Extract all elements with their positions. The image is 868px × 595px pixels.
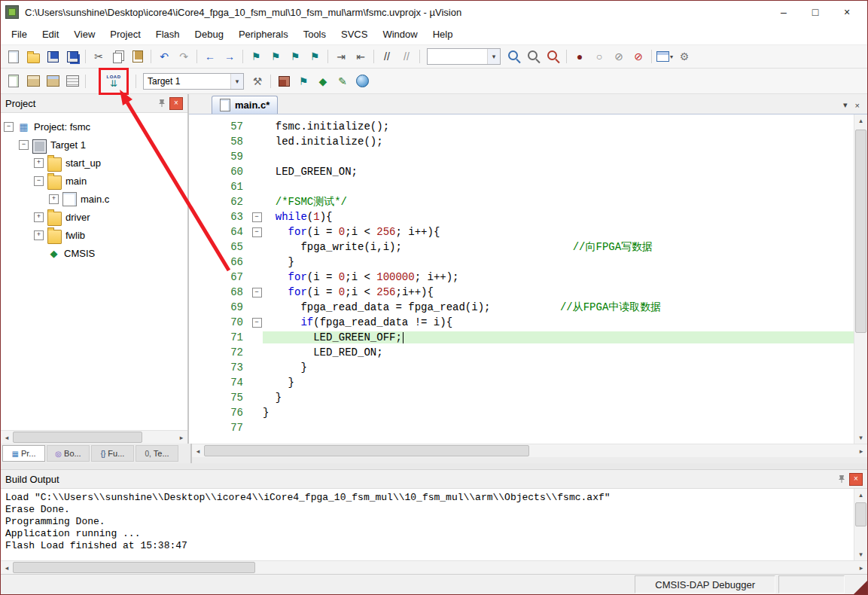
- scrollbar-thumb[interactable]: [13, 432, 142, 443]
- tab-main-c[interactable]: main.c*: [212, 96, 278, 114]
- close-document-button[interactable]: ×: [855, 101, 860, 110]
- menu-item-view[interactable]: View: [66, 26, 102, 43]
- code-line-68[interactable]: 68− for(i = 0;i < 256;i++){: [189, 285, 854, 300]
- pack-installer-button[interactable]: [353, 73, 371, 90]
- copy-button[interactable]: [109, 48, 127, 65]
- save-all-button[interactable]: [63, 48, 81, 65]
- code-line-75[interactable]: 75 }: [189, 390, 854, 405]
- previous-bookmark-button[interactable]: ⚑: [266, 48, 285, 65]
- paste-button[interactable]: [129, 48, 147, 65]
- scroll-down-icon[interactable]: ▾: [854, 432, 867, 444]
- chevron-down-icon[interactable]: ▾: [487, 49, 500, 64]
- uncomment-button[interactable]: //: [397, 48, 416, 65]
- find-button[interactable]: [525, 48, 543, 65]
- next-bookmark-button[interactable]: ⚑: [286, 48, 304, 65]
- project-hscrollbar[interactable]: ◂ ▸: [1, 430, 187, 444]
- chevron-down-icon[interactable]: ▾: [230, 74, 243, 89]
- scroll-left-icon[interactable]: ◂: [192, 444, 204, 457]
- scroll-up-icon[interactable]: ▴: [854, 114, 867, 127]
- output-vscrollbar[interactable]: ▴ ▾: [854, 489, 867, 560]
- clear-bookmarks-button[interactable]: ⚑: [306, 48, 324, 65]
- editor-vscrollbar[interactable]: ▴ ▾: [854, 114, 867, 444]
- functions-tab[interactable]: {}Fu...: [91, 445, 134, 462]
- code-line-71[interactable]: 71 LED_GREEN_OFF;: [189, 330, 854, 345]
- scroll-left-icon[interactable]: ◂: [1, 431, 13, 444]
- configure-button[interactable]: ⚙: [675, 48, 693, 65]
- tree-item-main-c[interactable]: +main.c: [1, 190, 187, 208]
- expand-icon[interactable]: +: [34, 230, 44, 240]
- options-for-target-button[interactable]: ⚒: [248, 73, 266, 90]
- code-line-64[interactable]: 64− for(i = 0;i < 256; i++){: [189, 224, 854, 240]
- scroll-left-icon[interactable]: ◂: [1, 561, 13, 574]
- toggle-bookmark-button[interactable]: ⚑: [247, 48, 265, 65]
- scrollbar-thumb[interactable]: [204, 445, 529, 456]
- code-line-61[interactable]: 61: [189, 179, 854, 194]
- manage-rte-button[interactable]: ◆: [314, 73, 332, 90]
- outdent-button[interactable]: ⇤: [352, 48, 370, 65]
- redo-button[interactable]: ↷: [175, 48, 193, 65]
- kill-all-breakpoints-button[interactable]: ⊘: [629, 48, 647, 65]
- scrollbar-thumb[interactable]: [855, 502, 866, 526]
- incremental-find-button[interactable]: [544, 48, 562, 65]
- scroll-down-icon[interactable]: ▾: [854, 548, 867, 560]
- templates-tab[interactable]: 0,Te...: [136, 445, 178, 462]
- code-line-57[interactable]: 57 fsmc.initialize();: [189, 119, 854, 134]
- expand-icon[interactable]: +: [34, 212, 44, 222]
- menu-item-flash[interactable]: Flash: [148, 26, 187, 43]
- translate-button[interactable]: [5, 73, 23, 90]
- code-editor[interactable]: 57 fsmc.initialize();58 led.initialize()…: [189, 114, 854, 444]
- code-line-59[interactable]: 59: [189, 149, 854, 164]
- scrollbar-thumb[interactable]: [855, 130, 866, 333]
- window-list-button[interactable]: ▾: [843, 100, 848, 110]
- code-line-58[interactable]: 58 led.initialize();: [189, 134, 854, 149]
- collapse-icon[interactable]: −: [34, 176, 44, 186]
- code-line-76[interactable]: 76}: [189, 405, 854, 420]
- insert-breakpoint-button[interactable]: ●: [571, 48, 589, 65]
- fold-collapse-icon[interactable]: −: [251, 318, 263, 328]
- tree-item-cmsis[interactable]: ◆CMSIS: [1, 244, 187, 262]
- menu-item-tools[interactable]: Tools: [296, 26, 333, 43]
- enable-disable-breakpoint-button[interactable]: ○: [590, 48, 608, 65]
- tree-item-start-up[interactable]: +start_up: [1, 154, 187, 172]
- code-line-67[interactable]: 67 for(i = 0;i < 100000; i++);: [189, 270, 854, 285]
- expand-icon[interactable]: +: [34, 158, 44, 168]
- code-line-77[interactable]: 77: [189, 420, 854, 435]
- fold-collapse-icon[interactable]: −: [251, 227, 263, 237]
- panel-splitter[interactable]: [1, 463, 867, 470]
- navigate-back-button[interactable]: ←: [201, 48, 219, 65]
- new-file-button[interactable]: [5, 48, 23, 65]
- collapse-icon[interactable]: −: [4, 122, 14, 132]
- code-line-69[interactable]: 69 fpga_read_data = fpga_read(i); //从FPG…: [189, 300, 854, 315]
- project-windows-button[interactable]: ▾: [656, 48, 674, 65]
- disable-all-breakpoints-button[interactable]: ⊘: [610, 48, 628, 65]
- code-line-74[interactable]: 74 }: [189, 375, 854, 390]
- editor-hscrollbar[interactable]: ◂ ▸: [192, 444, 867, 457]
- tree-item-target-1[interactable]: −Target 1: [1, 136, 187, 154]
- menu-item-help[interactable]: Help: [425, 26, 461, 43]
- build-button[interactable]: [24, 73, 42, 90]
- minimize-button[interactable]: –: [768, 2, 799, 23]
- code-line-65[interactable]: 65 fpga_write(i,i); //向FPGA写数据: [189, 240, 854, 255]
- find-in-files-button[interactable]: [505, 48, 523, 65]
- code-line-63[interactable]: 63− while(1){: [189, 209, 854, 224]
- download-button[interactable]: LOAD⇊: [102, 72, 125, 91]
- menu-item-file[interactable]: File: [4, 26, 35, 43]
- close-button[interactable]: ×: [831, 2, 863, 23]
- code-line-72[interactable]: 72 LED_RED_ON;: [189, 345, 854, 360]
- rebuild-button[interactable]: [44, 73, 62, 90]
- batch-build-button[interactable]: [63, 73, 81, 90]
- resize-grip[interactable]: [848, 575, 867, 594]
- fold-collapse-icon[interactable]: −: [251, 288, 263, 298]
- fold-collapse-icon[interactable]: −: [251, 212, 263, 222]
- build-output-log[interactable]: Load "C:\\Users\\sunshine\\Desktop\\icor…: [1, 489, 854, 560]
- save-button[interactable]: [44, 48, 62, 65]
- expand-icon[interactable]: +: [49, 194, 59, 204]
- scroll-right-icon[interactable]: ▸: [855, 444, 867, 457]
- scroll-up-icon[interactable]: ▴: [854, 489, 867, 501]
- open-file-button[interactable]: [24, 48, 42, 65]
- breakpoint-flag-button[interactable]: ⚑: [294, 73, 312, 90]
- scrollbar-thumb[interactable]: [13, 562, 255, 573]
- code-line-70[interactable]: 70− if(fpga_read_data != i){: [189, 315, 854, 330]
- project-tab[interactable]: ▦Pr...: [2, 445, 45, 462]
- close-panel-button[interactable]: ×: [849, 473, 863, 486]
